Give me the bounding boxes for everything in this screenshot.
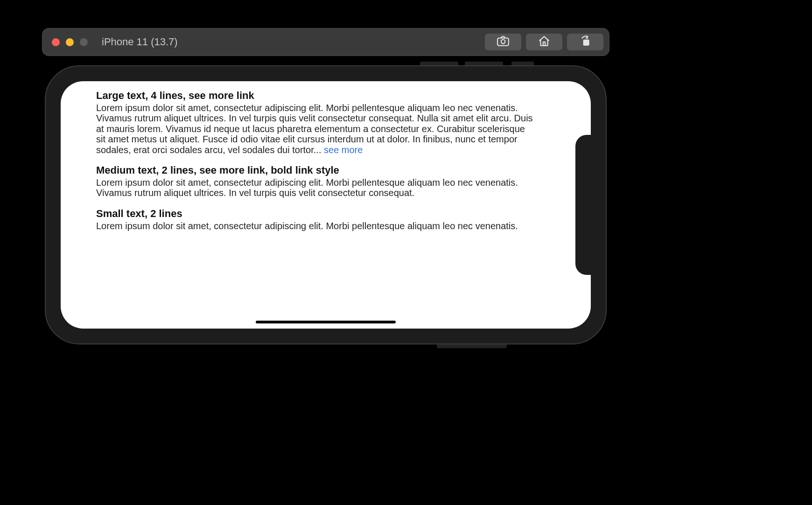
simulator-titlebar: iPhone 11 (13.7): [42, 28, 609, 56]
minimize-window-button[interactable]: [66, 38, 74, 46]
window-title: iPhone 11 (13.7): [102, 36, 178, 48]
example-section-large: Large text, 4 lines, see more link Lorem…: [96, 90, 535, 155]
camera-icon: [497, 35, 509, 49]
rotate-icon: [579, 35, 591, 49]
section-title: Medium text, 2 lines, see more link, bol…: [96, 164, 535, 176]
device-notch: [575, 135, 591, 275]
svg-point-1: [501, 40, 505, 44]
screenshot-button[interactable]: [485, 34, 521, 50]
svg-rect-2: [543, 42, 545, 46]
close-window-button[interactable]: [52, 38, 60, 46]
window-controls: [52, 38, 88, 46]
home-icon: [538, 35, 550, 49]
home-indicator[interactable]: [256, 321, 396, 323]
svg-rect-3: [583, 40, 589, 46]
toolbar: [485, 34, 603, 50]
section-body: Lorem ipsum dolor sit amet, consectetur …: [96, 103, 535, 155]
section-body: Lorem ipsum dolor sit amet, consectetur …: [96, 177, 535, 198]
section-title: Large text, 4 lines, see more link: [96, 90, 535, 102]
see-more-link[interactable]: see more: [324, 145, 363, 155]
simulator-device: Large text, 4 lines, see more link Lorem…: [45, 65, 607, 344]
rotate-button[interactable]: [567, 34, 603, 50]
body-text: Lorem ipsum dolor sit amet, consectetur …: [96, 103, 533, 155]
section-title: Small text, 2 lines: [96, 208, 535, 220]
section-body: Lorem ipsum dolor sit amet, consectetur …: [96, 221, 535, 231]
example-section-small: Small text, 2 lines Lorem ipsum dolor si…: [96, 208, 535, 231]
example-section-medium: Medium text, 2 lines, see more link, bol…: [96, 164, 535, 198]
zoom-window-button[interactable]: [80, 38, 88, 46]
home-button[interactable]: [526, 34, 562, 50]
device-screen[interactable]: Large text, 4 lines, see more link Lorem…: [61, 81, 591, 329]
device-frame: Large text, 4 lines, see more link Lorem…: [45, 65, 607, 344]
app-content: Large text, 4 lines, see more link Lorem…: [96, 90, 535, 240]
